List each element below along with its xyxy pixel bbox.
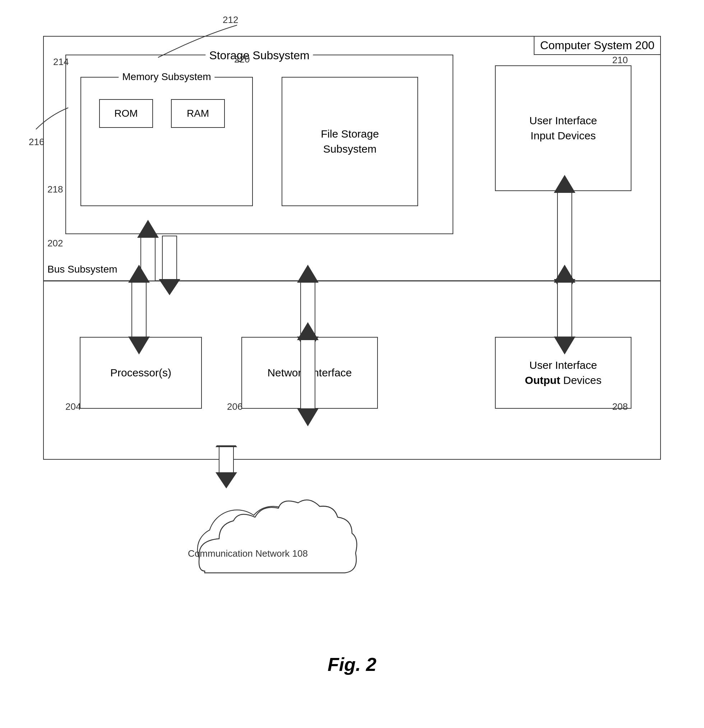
ram-box: RAM <box>171 99 225 128</box>
svg-point-31 <box>300 530 340 569</box>
network-interface-label: Network Interface <box>267 367 352 379</box>
svg-point-28 <box>248 506 298 557</box>
bus-subsystem-label: Bus Subsystem <box>48 264 117 275</box>
svg-marker-9 <box>132 281 146 338</box>
ref-202: 202 <box>48 238 63 249</box>
computer-system-box: Computer System 200 Storage Subsystem Me… <box>43 36 661 460</box>
ref-220: 220 <box>234 54 250 65</box>
svg-marker-15 <box>558 191 572 281</box>
rom-box: ROM <box>99 99 153 128</box>
ui-input-label: User InterfaceInput Devices <box>529 113 597 143</box>
ref-208: 208 <box>612 401 628 412</box>
svg-marker-5 <box>141 236 155 281</box>
svg-marker-17 <box>554 279 575 297</box>
ref-206: 206 <box>227 401 243 412</box>
svg-point-27 <box>208 510 266 568</box>
figure-label: Fig. 2 <box>328 654 376 675</box>
storage-subsystem-box: Storage Subsystem Memory Subsystem ROM R… <box>65 55 453 234</box>
ref-216: 216 <box>29 136 44 147</box>
file-storage-box: File StorageSubsystem <box>282 77 418 206</box>
svg-point-35 <box>279 516 325 562</box>
ui-output-box: User InterfaceOutput Devices <box>495 337 632 409</box>
ui-output-label: User InterfaceOutput Devices <box>525 358 601 388</box>
svg-point-36 <box>198 528 240 571</box>
processor-label: Processor(s) <box>110 367 171 379</box>
processor-box: Processor(s) <box>80 337 202 409</box>
svg-point-37 <box>300 530 339 569</box>
cloud-label: Communication Network 108 <box>188 548 308 559</box>
svg-point-34 <box>248 507 298 556</box>
svg-rect-32 <box>205 549 345 578</box>
network-interface-box: Network Interface <box>241 337 378 409</box>
ref-218: 218 <box>48 184 63 195</box>
ref-214: 214 <box>53 56 69 68</box>
svg-marker-13 <box>297 265 319 283</box>
svg-marker-8 <box>159 279 180 295</box>
ref-210: 210 <box>612 55 628 66</box>
storage-subsystem-label: Storage Subsystem <box>205 49 313 62</box>
memory-subsystem-box: Memory Subsystem ROM RAM <box>81 77 253 206</box>
svg-marker-26 <box>215 472 237 488</box>
svg-point-33 <box>209 510 265 567</box>
ref-212: 212 <box>223 14 238 26</box>
svg-marker-22 <box>297 408 319 426</box>
svg-marker-18 <box>558 281 572 338</box>
file-storage-label: File StorageSubsystem <box>321 126 379 157</box>
svg-point-29 <box>278 516 325 562</box>
svg-marker-7 <box>162 236 177 281</box>
cloud-network-section: Communication Network 108 <box>165 445 381 625</box>
ref-204: 204 <box>65 401 81 412</box>
svg-marker-12 <box>301 281 315 338</box>
ui-input-box: User InterfaceInput Devices <box>495 65 632 191</box>
svg-marker-10 <box>128 265 150 283</box>
svg-marker-19 <box>554 265 575 283</box>
computer-system-label: Computer System 200 <box>534 36 661 55</box>
svg-point-30 <box>198 528 241 571</box>
memory-subsystem-label: Memory Subsystem <box>119 71 214 82</box>
